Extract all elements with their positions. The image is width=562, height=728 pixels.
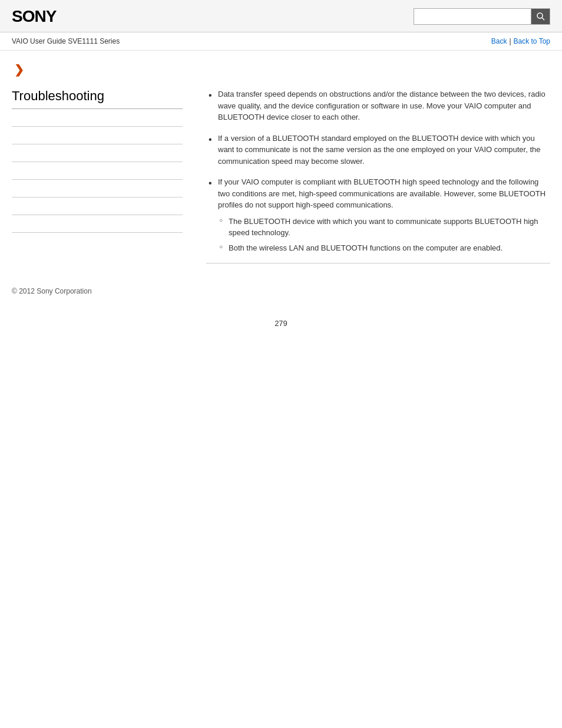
sidebar-title: Troubleshooting <box>12 88 183 109</box>
list-item: Data transfer speed depends on obstructi… <box>206 88 550 123</box>
list-item[interactable] <box>12 162 183 180</box>
breadcrumb-bar: VAIO User Guide SVE1111 Series Back | Ba… <box>0 32 562 51</box>
list-item: If a version of a BLUETOOTH standard emp… <box>206 133 550 167</box>
list-item[interactable] <box>12 180 183 197</box>
list-item[interactable] <box>12 215 183 233</box>
sony-logo: SONY <box>12 7 56 26</box>
search-area <box>414 8 550 25</box>
search-input[interactable] <box>414 8 531 25</box>
list-item[interactable] <box>12 144 183 162</box>
list-item: If your VAIO computer is compliant with … <box>206 176 550 253</box>
search-icon <box>536 12 546 21</box>
list-item[interactable] <box>12 109 183 127</box>
list-item[interactable] <box>12 197 183 215</box>
search-button[interactable] <box>531 8 550 25</box>
guide-title: VAIO User Guide SVE1111 Series <box>12 37 120 45</box>
list-item[interactable] <box>12 127 183 144</box>
header: SONY <box>0 0 562 32</box>
nav-separator: | <box>509 37 511 45</box>
svg-point-0 <box>537 13 543 18</box>
footer: © 2012 Sony Corporation <box>0 275 562 307</box>
list-item: The BLUETOOTH device with which you want… <box>218 216 550 239</box>
copyright: © 2012 Sony Corporation <box>12 287 92 295</box>
back-link[interactable]: Back <box>491 37 507 45</box>
main-content: ❯ Troubleshooting Data transfer speed de… <box>0 51 562 275</box>
sub-bullet-list: The BLUETOOTH device with which you want… <box>218 216 550 254</box>
content-layout: Troubleshooting Data transfer speed depe… <box>12 88 550 263</box>
right-content: Data transfer speed depends on obstructi… <box>194 88 550 263</box>
content-divider <box>206 263 550 263</box>
breadcrumb-nav: Back | Back to Top <box>491 37 550 45</box>
sidebar: Troubleshooting <box>12 88 194 263</box>
back-to-top-link[interactable]: Back to Top <box>514 37 550 45</box>
bullet-list: Data transfer speed depends on obstructi… <box>206 88 550 253</box>
list-item: Both the wireless LAN and BLUETOOTH func… <box>218 242 550 254</box>
section-arrow: ❯ <box>14 62 550 77</box>
page-number: 279 <box>0 307 562 340</box>
svg-line-1 <box>542 18 544 20</box>
